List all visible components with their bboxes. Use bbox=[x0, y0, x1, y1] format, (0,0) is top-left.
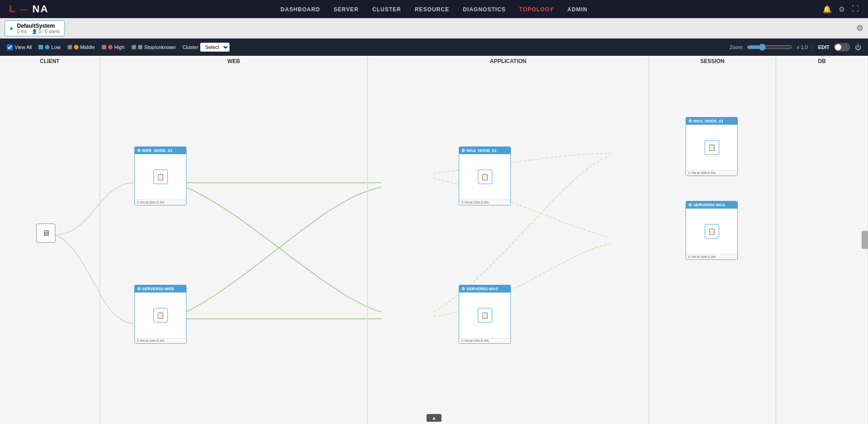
view-all-label: View All bbox=[15, 44, 32, 50]
session-was-node-01[interactable]: ⚙ WAS_NODE_01 📋 C 0% M 10% D 5% bbox=[686, 117, 738, 176]
node-gear-icon: ⚙ bbox=[137, 148, 141, 153]
filter-middle: Middle bbox=[68, 44, 95, 50]
filter-view-all: View All bbox=[7, 44, 32, 50]
server02-web-footer: C 0% M 10% D 3% bbox=[135, 338, 186, 343]
client-node-icon: 🖥 bbox=[42, 229, 50, 238]
server02-web-name: SERVER02-WEB bbox=[142, 287, 174, 291]
session-was-node-01-footer: C 0% M 10% D 5% bbox=[686, 170, 737, 175]
server02-was-footer: C 0% M 10% D 3% bbox=[459, 338, 510, 343]
zone-web: WEB ⚙ WEB_NODE_01 📋 C 0% M 20% D 5% ⚙ SE… bbox=[100, 56, 368, 424]
bottom-arrow-button[interactable]: ▲ bbox=[427, 414, 442, 422]
node-was-node-01[interactable]: ⚙ WAS_NODE_01 📋 C 0% M 20% D 5% bbox=[459, 146, 511, 205]
instance-icon: 📋 bbox=[157, 173, 164, 180]
server02-web-gear-icon: ⚙ bbox=[137, 287, 141, 291]
logo-l: L bbox=[9, 3, 16, 15]
stop-unknown-label: Stop/unknown bbox=[144, 44, 176, 50]
nav-admin[interactable]: ADMIN bbox=[567, 5, 587, 13]
app-logo: L — NA bbox=[9, 3, 49, 15]
system-users: 0 / 0 users bbox=[39, 29, 60, 34]
nav-right-icons: 🔔 ⚙ ⛶ bbox=[823, 5, 859, 14]
stop-dot bbox=[138, 45, 142, 49]
zoom-slider[interactable] bbox=[747, 44, 792, 51]
session-was-node-01-name: WAS_NODE_01 bbox=[693, 119, 724, 123]
system-status-dot: ● bbox=[10, 24, 13, 32]
cluster-select[interactable]: Select bbox=[200, 43, 230, 52]
nav-server[interactable]: SERVER bbox=[333, 5, 358, 13]
edit-label: EDIT bbox=[818, 44, 829, 50]
client-node[interactable]: 🖥 bbox=[36, 224, 55, 243]
system-info-panel[interactable]: ● DefaultSystem 0 ms 👤 0 / 0 users bbox=[5, 20, 65, 36]
nav-diagnostics[interactable]: DIAGNOSTICS bbox=[463, 5, 505, 13]
zoom-label: Zoom bbox=[730, 44, 742, 50]
system-stats: 0 ms 👤 0 / 0 users bbox=[17, 29, 59, 34]
node-web-node-01[interactable]: ⚙ WEB_NODE_01 📋 C 0% M 20% D 5% bbox=[134, 146, 186, 205]
low-dot bbox=[45, 45, 49, 49]
view-all-checkbox[interactable] bbox=[7, 44, 13, 50]
session-was-instance-icon: 📋 bbox=[708, 144, 716, 151]
server02-web-instance[interactable]: 📋 bbox=[153, 308, 168, 322]
topology-canvas: CLIENT 🖥 WEB ⚙ WEB_NODE_01 📋 C 0% M 20% … bbox=[0, 56, 868, 424]
node-server02-web[interactable]: ⚙ SERVER02-WEB 📋 C 0% M 10% D 3% bbox=[134, 285, 186, 344]
zone-db: DB bbox=[776, 56, 868, 424]
session-server02-was[interactable]: ⚙ SERVER02-WAS 📋 C 0% M 10% D 3% bbox=[686, 201, 738, 260]
zone-application-label: APPLICATION bbox=[490, 58, 526, 64]
server02-web-body: 📋 bbox=[135, 292, 186, 338]
users-icon: 👤 bbox=[32, 29, 37, 34]
zone-session-label: SESSION bbox=[700, 58, 724, 64]
server02-was-gear-icon: ⚙ bbox=[461, 287, 465, 291]
filter-right: Zoom x 1.0 | EDIT ⏻ bbox=[730, 43, 861, 51]
filter-bar: View All Low Middle High Stop/unknown Cl… bbox=[0, 39, 868, 56]
server02-was-name: SERVER02-WAS bbox=[466, 287, 498, 291]
filter-stop-unknown: Stop/unknown bbox=[132, 44, 176, 50]
zoom-value: x 1.0 bbox=[797, 44, 808, 50]
session-was-gear-icon: ⚙ bbox=[688, 119, 692, 123]
system-bar: ● DefaultSystem 0 ms 👤 0 / 0 users ⚙ bbox=[0, 18, 868, 39]
power-icon[interactable]: ⏻ bbox=[855, 44, 861, 51]
server02-web-instance-icon: 📋 bbox=[157, 312, 164, 319]
bell-icon[interactable]: 🔔 bbox=[823, 5, 832, 14]
was-node-01-header: ⚙ WAS_NODE_01 bbox=[459, 147, 510, 154]
stop-indicator bbox=[132, 45, 136, 49]
edit-toggle[interactable] bbox=[834, 43, 850, 51]
high-dot bbox=[108, 45, 113, 49]
filter-low: Low bbox=[39, 44, 60, 50]
session-server02-was-instance[interactable]: 📋 bbox=[705, 224, 719, 239]
nav-cluster[interactable]: CLUSTER bbox=[372, 5, 401, 13]
nav-dashboard[interactable]: DASHBOARD bbox=[280, 5, 320, 13]
system-name: DefaultSystem bbox=[17, 23, 59, 29]
web-node-01-footer: C 0% M 20% D 5% bbox=[135, 200, 186, 205]
session-server02-instance-icon: 📋 bbox=[708, 228, 716, 235]
zone-db-label: DB bbox=[818, 58, 826, 64]
session-was-node-01-header: ⚙ WAS_NODE_01 bbox=[686, 117, 737, 125]
system-gear-button[interactable]: ⚙ bbox=[856, 23, 863, 33]
server02-was-instance[interactable]: 📋 bbox=[478, 308, 492, 322]
was-instance-icon: 📋 bbox=[481, 173, 489, 180]
session-server02-was-footer: C 0% M 10% D 3% bbox=[686, 254, 737, 259]
expand-icon[interactable]: ⛶ bbox=[852, 5, 859, 13]
top-navigation: L — NA DASHBOARD SERVER CLUSTER RESOURCE… bbox=[0, 0, 868, 18]
logo-dash: — bbox=[20, 5, 29, 14]
right-scrollbar[interactable] bbox=[862, 231, 868, 249]
session-server02-was-header: ⚙ SERVER02-WAS bbox=[686, 201, 737, 209]
cluster-label: Cluster bbox=[182, 44, 198, 50]
web-node-01-body: 📋 bbox=[135, 154, 186, 200]
session-server02-was-body: 📋 bbox=[686, 209, 737, 254]
low-label: Low bbox=[51, 44, 60, 50]
web-node-01-instance[interactable]: 📋 bbox=[153, 170, 168, 184]
settings-icon[interactable]: ⚙ bbox=[839, 5, 845, 14]
node-server02-was[interactable]: ⚙ SERVER02-WAS 📋 C 0% M 10% D 3% bbox=[459, 285, 511, 344]
zone-client: CLIENT 🖥 bbox=[0, 56, 100, 424]
zone-client-label: CLIENT bbox=[40, 58, 59, 64]
nav-topology[interactable]: TOPOLOGY bbox=[520, 5, 554, 13]
session-was-node-01-instance[interactable]: 📋 bbox=[705, 140, 719, 155]
server02-web-header: ⚙ SERVER02-WEB bbox=[135, 285, 186, 292]
was-node-01-instance[interactable]: 📋 bbox=[478, 170, 492, 184]
was-gear-icon: ⚙ bbox=[461, 148, 465, 153]
server02-was-instance-icon: 📋 bbox=[481, 312, 489, 319]
nav-resource[interactable]: RESOURCE bbox=[415, 5, 449, 13]
zone-session: SESSION ⚙ WAS_NODE_01 📋 C 0% M 10% D 5% … bbox=[649, 56, 776, 424]
system-latency: 0 ms bbox=[17, 29, 27, 34]
session-was-node-01-body: 📋 bbox=[686, 125, 737, 170]
was-node-01-name: WAS_NODE_01 bbox=[466, 148, 497, 153]
nav-menu: DASHBOARD SERVER CLUSTER RESOURCE DIAGNO… bbox=[280, 5, 587, 13]
